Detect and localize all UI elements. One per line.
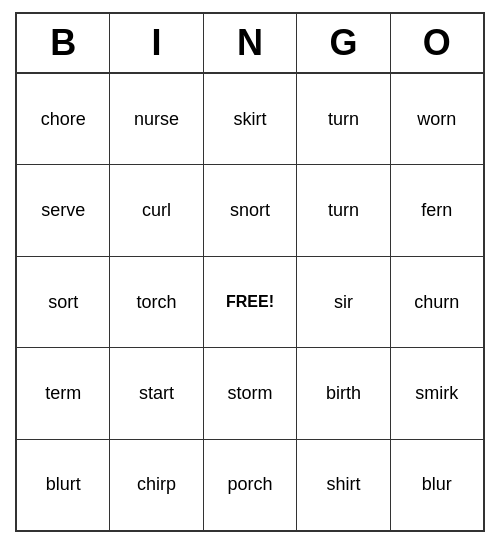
bingo-header: B I N G O	[17, 14, 483, 74]
bingo-row: termstartstormbirthsmirk	[17, 348, 483, 439]
cell-r1-c0: serve	[17, 165, 110, 255]
cell-r3-c2: storm	[204, 348, 297, 438]
cell-r0-c0: chore	[17, 74, 110, 164]
cell-r4-c1: chirp	[110, 440, 203, 530]
header-g: G	[297, 14, 390, 72]
cell-r2-c1: torch	[110, 257, 203, 347]
cell-r4-c0: blurt	[17, 440, 110, 530]
cell-r3-c1: start	[110, 348, 203, 438]
header-i: I	[110, 14, 203, 72]
cell-r3-c4: smirk	[391, 348, 483, 438]
cell-r3-c0: term	[17, 348, 110, 438]
cell-r0-c3: turn	[297, 74, 390, 164]
cell-r0-c1: nurse	[110, 74, 203, 164]
cell-r4-c4: blur	[391, 440, 483, 530]
header-o: O	[391, 14, 483, 72]
cell-r4-c2: porch	[204, 440, 297, 530]
cell-r3-c3: birth	[297, 348, 390, 438]
cell-r4-c3: shirt	[297, 440, 390, 530]
cell-r2-c0: sort	[17, 257, 110, 347]
header-n: N	[204, 14, 297, 72]
cell-r1-c3: turn	[297, 165, 390, 255]
cell-r2-c3: sir	[297, 257, 390, 347]
bingo-row: chorenurseskirtturnworn	[17, 74, 483, 165]
cell-r2-c4: churn	[391, 257, 483, 347]
bingo-row: blurtchirpporchshirtblur	[17, 440, 483, 530]
bingo-body: chorenurseskirtturnwornservecurlsnorttur…	[17, 74, 483, 530]
header-b: B	[17, 14, 110, 72]
bingo-row: sorttorchFREE!sirchurn	[17, 257, 483, 348]
cell-r1-c2: snort	[204, 165, 297, 255]
cell-r0-c4: worn	[391, 74, 483, 164]
cell-r1-c4: fern	[391, 165, 483, 255]
bingo-row: servecurlsnortturnfern	[17, 165, 483, 256]
cell-r0-c2: skirt	[204, 74, 297, 164]
bingo-card: B I N G O chorenurseskirtturnwornservecu…	[15, 12, 485, 532]
cell-r2-c2: FREE!	[204, 257, 297, 347]
cell-r1-c1: curl	[110, 165, 203, 255]
